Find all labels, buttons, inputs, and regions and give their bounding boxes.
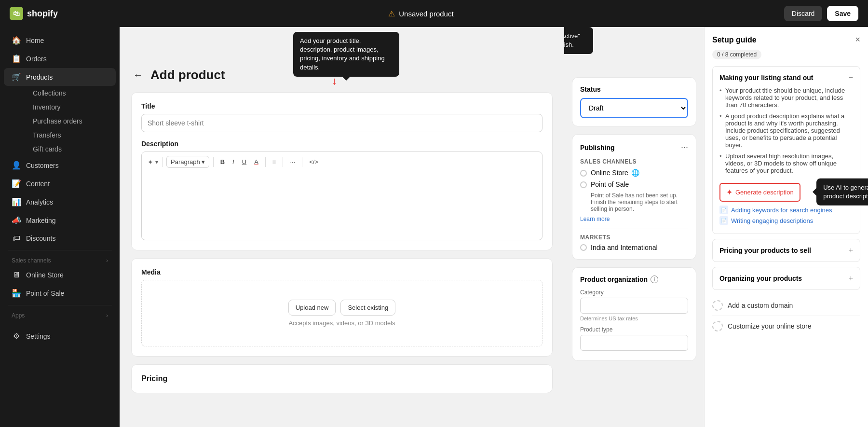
sidebar-item-customers[interactable]: 👤 Customers [4, 156, 116, 174]
toolbar-align-label: ≡ [272, 158, 276, 165]
description-editor: ✦ ▾ Paragraph ▾ B I U A ≡ [141, 152, 542, 240]
guide-link-descriptions[interactable]: 📄 Writing engaging descriptions [719, 216, 853, 225]
select-existing-button[interactable]: Select existing [340, 300, 395, 316]
guide-link-descriptions-icon: 📄 [719, 216, 728, 225]
right-panel: Change from "Draft" to "Active" once you… [564, 27, 704, 427]
guide-item-customize[interactable]: Customize your online store [712, 316, 860, 336]
online-store-name: Online Store 🌐 [591, 169, 639, 177]
toolbar-align-btn[interactable]: ≡ [270, 156, 279, 167]
sidebar-item-transfers[interactable]: Transfers [25, 128, 116, 142]
category-input[interactable] [580, 298, 688, 314]
guide-section-listing-header[interactable]: Making your listing stand out − [719, 73, 853, 82]
online-store-radio[interactable] [580, 170, 587, 177]
sidebar-item-point-of-sale[interactable]: 🏪 Point of Sale [4, 284, 116, 302]
customize-circle [712, 321, 723, 331]
tooltip-generate-box: Use AI to generate product description. [816, 178, 868, 205]
tooltip-status-text: Change from "Draft" to "Active" once you… [564, 32, 580, 48]
pos-icon: 🏪 [12, 289, 21, 298]
sidebar-item-settings[interactable]: ⚙ Settings [4, 327, 116, 345]
learn-more-link[interactable]: Learn more [580, 216, 610, 222]
category-hint: Determines US tax rates [580, 316, 688, 321]
sidebar-item-discounts[interactable]: 🏷 Discounts [4, 230, 116, 247]
setup-guide-close-button[interactable]: × [855, 35, 860, 45]
guide-section-listing-toggle[interactable]: − [849, 73, 853, 82]
guide-section-listing-content: Your product title should be unique, inc… [719, 87, 853, 225]
market-radio[interactable] [580, 244, 587, 251]
sidebar-item-home[interactable]: 🏠 Home [4, 31, 116, 49]
toolbar-sep-3 [265, 157, 266, 167]
description-body[interactable] [142, 172, 542, 240]
org-title-text: Product organization [580, 275, 648, 283]
tooltip-title-arrow [342, 77, 350, 81]
sidebar-label-home: Home [26, 37, 44, 44]
tooltip-generate-text: Use AI to generate product description. [823, 183, 868, 199]
app-layout: 🏠 Home 📋 Orders 🛒 Products Collections I… [0, 27, 868, 427]
description-toolbar: ✦ ▾ Paragraph ▾ B I U A ≡ [142, 152, 542, 172]
tooltip-status: Change from "Draft" to "Active" once you… [564, 27, 608, 65]
org-info-icon: i [651, 275, 658, 283]
toolbar-italic-btn[interactable]: I [230, 156, 237, 167]
sidebar-item-online-store[interactable]: 🖥 Online Store [4, 266, 116, 284]
sidebar-item-marketing[interactable]: 📣 Marketing [4, 211, 116, 229]
generate-label: Generate description [735, 189, 794, 196]
product-type-input[interactable] [580, 335, 688, 351]
status-select[interactable]: Draft Active [580, 98, 688, 118]
progress-badge: 0 / 8 completed [712, 50, 761, 59]
sidebar-label-orders: Orders [26, 55, 47, 63]
topbar-actions: Discard Save [784, 6, 858, 21]
guide-link-keywords-icon: 📄 [719, 206, 728, 214]
toolbar-color-btn[interactable]: A [251, 156, 261, 167]
publishing-card: Publishing ··· Sales channels Online Sto… [572, 134, 696, 260]
toolbar-underline-btn[interactable]: U [239, 156, 249, 167]
guide-link-keywords[interactable]: 📄 Adding keywords for search engines [719, 206, 853, 214]
guide-bullet-2: A good product description explains what… [719, 112, 853, 149]
sidebar-item-purchase-orders[interactable]: Purchase orders [25, 114, 116, 128]
pricing-card: Pricing [131, 364, 553, 393]
toolbar-paragraph-btn[interactable]: Paragraph ▾ [166, 156, 209, 168]
toolbar-paragraph-arrow: ▾ [202, 158, 205, 165]
org-title: Product organization i [580, 275, 688, 283]
markets-label: Markets [580, 234, 688, 241]
sidebar: 🏠 Home 📋 Orders 🛒 Products Collections I… [0, 27, 120, 427]
sidebar-item-products[interactable]: 🛒 Products [4, 68, 116, 86]
sidebar-item-inventory[interactable]: Inventory [25, 100, 116, 114]
marketing-icon: 📣 [12, 216, 21, 225]
back-button[interactable]: ← [131, 68, 145, 83]
guide-section-pricing-toggle[interactable]: + [849, 246, 853, 255]
sidebar-item-collections[interactable]: Collections [25, 86, 116, 100]
discard-button[interactable]: Discard [784, 6, 822, 21]
toolbar-code-btn[interactable]: </> [306, 156, 321, 167]
content-icon: 📝 [12, 179, 21, 188]
sidebar-label-pos: Point of Sale [26, 289, 64, 297]
sidebar-item-content[interactable]: 📝 Content [4, 175, 116, 193]
products-icon: 🛒 [12, 72, 21, 82]
generate-description-button[interactable]: ✦ Generate description [719, 183, 800, 202]
page-status-text: Unsaved product [399, 10, 453, 18]
product-org-card: Product organization i Category Determin… [572, 267, 696, 361]
guide-section-organizing-toggle[interactable]: + [849, 274, 853, 283]
guide-section-organizing-header[interactable]: Organizing your products + [719, 274, 853, 283]
generate-btn-wrapper: ✦ Generate description Use AI to generat… [719, 178, 800, 206]
guide-item-domain[interactable]: Add a custom domain [712, 295, 860, 316]
tooltip-generate-arrow [813, 188, 816, 196]
upload-new-button[interactable]: Upload new [288, 300, 336, 316]
guide-section-pricing-header[interactable]: Pricing your products to sell + [719, 246, 853, 255]
expand-icon: › [106, 257, 108, 264]
sidebar-item-orders[interactable]: 📋 Orders [4, 50, 116, 68]
publishing-more-button[interactable]: ··· [681, 142, 688, 152]
pos-radio[interactable] [580, 181, 587, 188]
tooltip-status-box: Change from "Draft" to "Active" once you… [564, 27, 593, 54]
sidebar-label-customers: Customers [26, 162, 59, 169]
toolbar-bold-btn[interactable]: B [217, 156, 228, 167]
sidebar-label-settings: Settings [26, 332, 51, 340]
toolbar-more-btn[interactable]: ··· [287, 156, 298, 167]
status-card: Status Draft Active [572, 77, 696, 126]
save-button[interactable]: Save [827, 6, 858, 21]
sales-channels-label: Sales channels [12, 257, 51, 264]
toolbar-sep-1 [162, 157, 163, 167]
sidebar-item-analytics[interactable]: 📊 Analytics [4, 193, 116, 211]
discounts-icon: 🏷 [12, 234, 21, 243]
title-input[interactable] [141, 114, 542, 132]
sidebar-item-gift-cards[interactable]: Gift cards [25, 142, 116, 156]
tooltip-title-box: Add your product title, description, pro… [293, 32, 399, 77]
